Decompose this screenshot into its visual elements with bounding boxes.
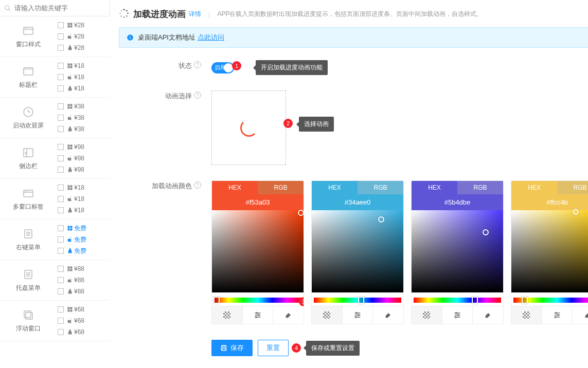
swatch-tab[interactable] bbox=[212, 306, 243, 324]
sidebar-item[interactable]: 多窗口标签¥18¥18¥18 bbox=[0, 179, 110, 219]
checkbox[interactable] bbox=[58, 45, 64, 51]
sidebar-item[interactable]: 侧边栏¥98¥98¥98 bbox=[0, 138, 110, 179]
checkbox[interactable] bbox=[58, 225, 64, 231]
sidebar-item[interactable]: 窗口样式¥28¥28¥28 bbox=[0, 16, 110, 57]
checkbox[interactable] bbox=[58, 329, 64, 335]
checkbox[interactable] bbox=[58, 306, 64, 312]
checkbox[interactable] bbox=[58, 22, 64, 28]
checkbox[interactable] bbox=[58, 318, 64, 324]
checkbox[interactable] bbox=[58, 85, 64, 91]
help-icon[interactable]: ? bbox=[194, 61, 201, 68]
checkbox[interactable] bbox=[58, 236, 64, 243]
detail-link[interactable]: 详情 bbox=[189, 10, 201, 19]
hue-slider[interactable] bbox=[314, 298, 401, 303]
price-row[interactable]: ¥18 bbox=[57, 182, 110, 193]
price-row[interactable]: ¥18 bbox=[57, 205, 110, 216]
price-row[interactable]: 免费 bbox=[57, 223, 110, 234]
price-row[interactable]: ¥38 bbox=[57, 123, 110, 135]
search-bar[interactable] bbox=[0, 0, 110, 16]
swatch-tab[interactable] bbox=[511, 306, 542, 324]
price-row[interactable]: ¥68 bbox=[57, 315, 110, 326]
search-input[interactable] bbox=[11, 4, 105, 12]
checkbox[interactable] bbox=[58, 63, 64, 69]
checkbox[interactable] bbox=[58, 144, 64, 150]
api-link[interactable]: 点此访问 bbox=[198, 33, 224, 42]
price-row[interactable]: 免费 bbox=[57, 234, 110, 245]
checkbox[interactable] bbox=[58, 277, 64, 283]
checkbox[interactable] bbox=[58, 266, 64, 272]
sidebar-item[interactable]: 浮动窗口¥68¥68¥68 bbox=[0, 301, 110, 341]
price-row[interactable]: ¥38 bbox=[57, 101, 110, 112]
saturation-panel[interactable] bbox=[511, 210, 588, 292]
eyedrop-tab[interactable] bbox=[373, 306, 403, 324]
price-row[interactable]: 免费 bbox=[57, 245, 110, 256]
price-row[interactable]: ¥38 bbox=[57, 112, 110, 123]
sliders-tab[interactable] bbox=[343, 306, 373, 324]
tab-rgb[interactable]: RGB bbox=[457, 181, 503, 194]
sidebar-item[interactable]: 托盘菜单¥88¥88¥88 bbox=[0, 260, 110, 301]
tab-hex[interactable]: HEX bbox=[312, 181, 358, 194]
price-row[interactable]: ¥98 bbox=[57, 164, 110, 175]
save-button[interactable]: 保存 bbox=[211, 340, 253, 356]
price-row[interactable]: ¥88 bbox=[57, 274, 110, 286]
tab-rgb[interactable]: RGB bbox=[557, 181, 588, 194]
checkbox[interactable] bbox=[58, 115, 64, 121]
tab-hex[interactable]: HEX bbox=[412, 181, 457, 194]
sliders-tab[interactable] bbox=[542, 306, 573, 324]
tab-rgb[interactable]: RGB bbox=[358, 181, 403, 194]
price-row[interactable]: ¥28 bbox=[57, 42, 110, 53]
anim-preview-slot[interactable] bbox=[211, 90, 286, 165]
sidebar-item[interactable]: 右键菜单免费免费免费 bbox=[0, 219, 110, 260]
hue-handle[interactable] bbox=[472, 297, 478, 304]
sidebar-item[interactable]: 启动欢迎屏¥38¥38¥38 bbox=[0, 98, 110, 138]
saturation-panel[interactable] bbox=[312, 210, 403, 292]
swatch-tab[interactable] bbox=[312, 306, 343, 324]
saturation-panel[interactable] bbox=[212, 210, 304, 292]
checkbox[interactable] bbox=[58, 103, 64, 109]
enable-switch[interactable]: 启用 bbox=[211, 62, 234, 73]
eyedrop-tab[interactable] bbox=[573, 306, 588, 324]
hue-slider[interactable] bbox=[414, 298, 501, 303]
help-icon[interactable]: ? bbox=[194, 181, 201, 189]
reset-button[interactable]: 重置 bbox=[258, 340, 289, 356]
price-row[interactable]: ¥88 bbox=[57, 263, 110, 274]
sv-cursor[interactable] bbox=[298, 210, 304, 216]
hue-slider[interactable] bbox=[214, 298, 301, 303]
price-row[interactable]: ¥98 bbox=[57, 153, 110, 164]
hue-slider[interactable] bbox=[513, 298, 588, 303]
swatch-tab[interactable] bbox=[412, 306, 442, 324]
checkbox[interactable] bbox=[58, 126, 64, 132]
checkbox[interactable] bbox=[58, 185, 64, 191]
checkbox[interactable] bbox=[58, 196, 64, 202]
help-icon[interactable]: ? bbox=[194, 91, 201, 99]
price-row[interactable]: ¥68 bbox=[57, 326, 110, 338]
sv-cursor[interactable] bbox=[378, 216, 384, 223]
checkbox[interactable] bbox=[58, 33, 64, 40]
sliders-tab[interactable] bbox=[442, 306, 473, 324]
eyedrop-tab[interactable] bbox=[473, 306, 503, 324]
price-row[interactable]: ¥88 bbox=[57, 286, 110, 297]
checkbox[interactable] bbox=[58, 288, 64, 295]
tab-hex[interactable]: HEX bbox=[511, 181, 557, 194]
checkbox[interactable] bbox=[58, 74, 64, 80]
sidebar-item[interactable]: 标题栏¥18¥18¥18 bbox=[0, 57, 110, 98]
hue-handle[interactable] bbox=[358, 297, 364, 304]
price-row[interactable]: ¥98 bbox=[57, 141, 110, 153]
hue-handle[interactable] bbox=[522, 297, 528, 304]
checkbox[interactable] bbox=[58, 167, 64, 173]
sliders-tab[interactable] bbox=[243, 306, 274, 324]
checkbox[interactable] bbox=[58, 155, 64, 161]
price-row[interactable]: ¥28 bbox=[57, 31, 110, 42]
sv-cursor[interactable] bbox=[573, 209, 579, 215]
checkbox[interactable] bbox=[58, 207, 64, 213]
tab-rgb[interactable]: RGB bbox=[258, 181, 304, 194]
eyedrop-tab[interactable] bbox=[273, 306, 304, 324]
price-row[interactable]: ¥18 bbox=[57, 193, 110, 205]
price-row[interactable]: ¥18 bbox=[57, 60, 110, 71]
price-row[interactable]: ¥28 bbox=[57, 20, 110, 31]
sv-cursor[interactable] bbox=[483, 229, 489, 235]
hue-handle[interactable] bbox=[213, 297, 220, 304]
saturation-panel[interactable] bbox=[412, 210, 503, 292]
price-row[interactable]: ¥18 bbox=[57, 83, 110, 94]
price-row[interactable]: ¥18 bbox=[57, 71, 110, 83]
